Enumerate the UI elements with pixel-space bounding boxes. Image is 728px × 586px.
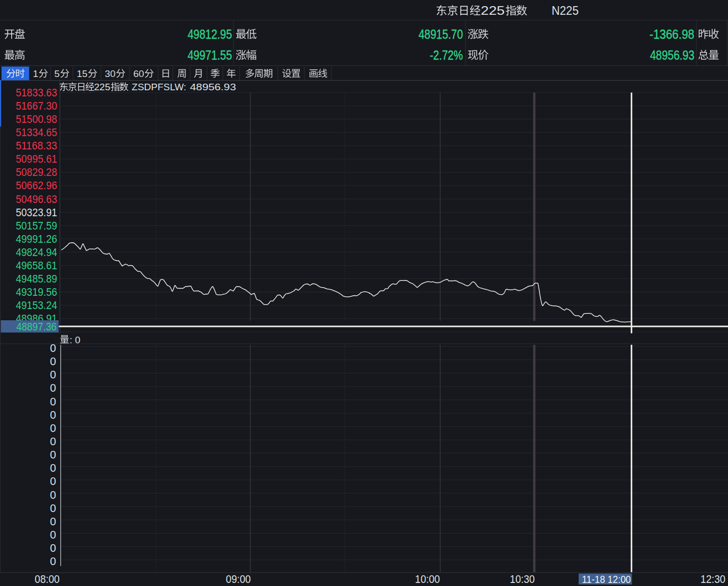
svg-text:50829.28: 50829.28 (16, 166, 57, 179)
svg-text:49153.24: 49153.24 (16, 299, 57, 312)
svg-text:12:30: 12:30 (700, 573, 725, 585)
svg-text:08:00: 08:00 (35, 573, 60, 585)
svg-text:48956.93: 48956.93 (190, 82, 237, 92)
svg-text:5: 5 (55, 68, 60, 79)
svg-text:225: 225 (481, 4, 505, 17)
svg-text:60: 60 (134, 68, 144, 79)
svg-text:10:00: 10:00 (415, 573, 440, 585)
svg-text:51500.98: 51500.98 (16, 113, 57, 125)
svg-text:0: 0 (50, 489, 56, 501)
svg-text:0: 0 (50, 342, 56, 354)
svg-text:51334.65: 51334.65 (16, 126, 57, 139)
svg-text:0: 0 (50, 355, 56, 368)
svg-text:49319.56: 49319.56 (16, 286, 57, 298)
svg-text:30: 30 (105, 68, 116, 79)
svg-text:0: 0 (50, 396, 56, 408)
svg-text:49658.61: 49658.61 (16, 260, 57, 272)
svg-text:0: 0 (50, 369, 56, 381)
svg-text:0: 0 (50, 382, 56, 394)
svg-text:ZSDPFSLW:: ZSDPFSLW: (132, 82, 186, 92)
svg-text:0: 0 (50, 422, 56, 435)
svg-text:0: 0 (50, 529, 56, 541)
svg-text:50995.61: 50995.61 (16, 153, 57, 165)
svg-text:: 0: : 0 (70, 335, 81, 345)
svg-text:49824.94: 49824.94 (16, 246, 57, 259)
svg-text:15: 15 (77, 68, 88, 79)
svg-text:49971.55: 49971.55 (188, 48, 232, 62)
svg-text:48897.36: 48897.36 (16, 321, 57, 333)
svg-text:10:30: 10:30 (510, 573, 535, 585)
svg-text:50323.91: 50323.91 (16, 207, 57, 219)
svg-text:11-18 12:00: 11-18 12:00 (582, 574, 631, 585)
svg-text:51168.33: 51168.33 (16, 140, 57, 152)
svg-text:0: 0 (50, 542, 56, 554)
svg-text:51667.30: 51667.30 (16, 100, 57, 112)
svg-text:-2.72%: -2.72% (430, 48, 463, 62)
svg-text:0: 0 (50, 502, 56, 515)
svg-text:48956.93: 48956.93 (650, 48, 694, 62)
svg-text:N225: N225 (552, 4, 579, 17)
svg-text:0: 0 (50, 475, 56, 488)
svg-text:49991.26: 49991.26 (16, 233, 57, 245)
svg-text:0: 0 (50, 409, 56, 421)
svg-text:09:00: 09:00 (226, 573, 251, 585)
svg-text:48915.70: 48915.70 (419, 27, 463, 41)
svg-text:49485.89: 49485.89 (16, 273, 57, 285)
svg-text:50496.63: 50496.63 (16, 193, 57, 206)
svg-text:50157.59: 50157.59 (16, 220, 57, 232)
svg-text:225: 225 (94, 82, 111, 92)
svg-text:0: 0 (50, 516, 56, 528)
svg-text:1: 1 (33, 68, 39, 79)
svg-text:49812.95: 49812.95 (188, 27, 232, 41)
svg-text:-1366.98: -1366.98 (649, 27, 694, 41)
svg-text:51833.63: 51833.63 (16, 87, 57, 99)
svg-text:0: 0 (50, 462, 56, 474)
svg-text:0: 0 (50, 436, 56, 448)
svg-text:0: 0 (50, 449, 56, 461)
svg-text:0: 0 (50, 555, 56, 568)
svg-text:50662.96: 50662.96 (16, 180, 57, 192)
